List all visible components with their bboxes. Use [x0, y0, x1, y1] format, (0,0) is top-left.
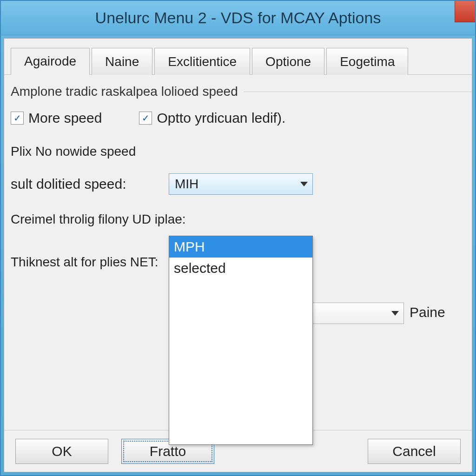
- titlebar: Unelurc Menu 2 - VDS for MCAY Aptions: [1, 1, 475, 35]
- speed-unit-dropdown-list[interactable]: MPH selected: [169, 236, 313, 445]
- speed-unit-selected: MIH: [175, 177, 198, 192]
- tab-optione[interactable]: Optione: [252, 48, 324, 75]
- tab-agairode[interactable]: Agairode: [11, 48, 90, 75]
- tab-strip: Agairode Naine Exclitientice Optione Eog…: [4, 48, 472, 75]
- tab-naine[interactable]: Naine: [92, 48, 152, 75]
- dialog-client-area: Agairode Naine Exclitientice Optione Eog…: [4, 38, 472, 472]
- tab-eogetima[interactable]: Eogetima: [326, 48, 408, 75]
- group-speed-text: Amplone tradic raskalpea lolioed speed: [11, 84, 238, 99]
- ok-button[interactable]: OK: [15, 439, 108, 464]
- dropdown-option-selected[interactable]: selected: [169, 258, 312, 279]
- chevron-down-icon: [300, 182, 308, 186]
- creimel-label: Creimel throlig filony UD iplae:: [11, 212, 186, 227]
- checkbox-optto-label: Optto yrdicuan ledif).: [157, 110, 285, 126]
- dropdown-option-mph[interactable]: MPH: [169, 236, 312, 258]
- chevron-down-icon: [391, 311, 399, 316]
- cancel-button[interactable]: Cancel: [368, 439, 461, 464]
- window-title: Unelurc Menu 2 - VDS for MCAY Aptions: [95, 9, 381, 27]
- speed-unit-label: sult dolitied speed:: [11, 176, 169, 192]
- section-nowide-label: Plix No nowide speed: [11, 144, 136, 159]
- speed-unit-combobox[interactable]: MIH: [169, 173, 313, 195]
- close-button[interactable]: [455, 1, 475, 22]
- tab-exclitientice[interactable]: Exclitientice: [154, 48, 250, 75]
- tab-content: Amplone tradic raskalpea lolioed speed M…: [4, 75, 472, 273]
- group-speed-label: Amplone tradic raskalpea lolioed speed: [11, 84, 472, 99]
- checkbox-more-speed[interactable]: [11, 112, 24, 125]
- checkbox-more-speed-label: More speed: [28, 110, 102, 126]
- checkbox-optto[interactable]: [139, 112, 152, 125]
- paine-trailing-label: Paine: [410, 304, 445, 320]
- thiknest-label: Thiknest alt for plies NET:: [11, 255, 158, 270]
